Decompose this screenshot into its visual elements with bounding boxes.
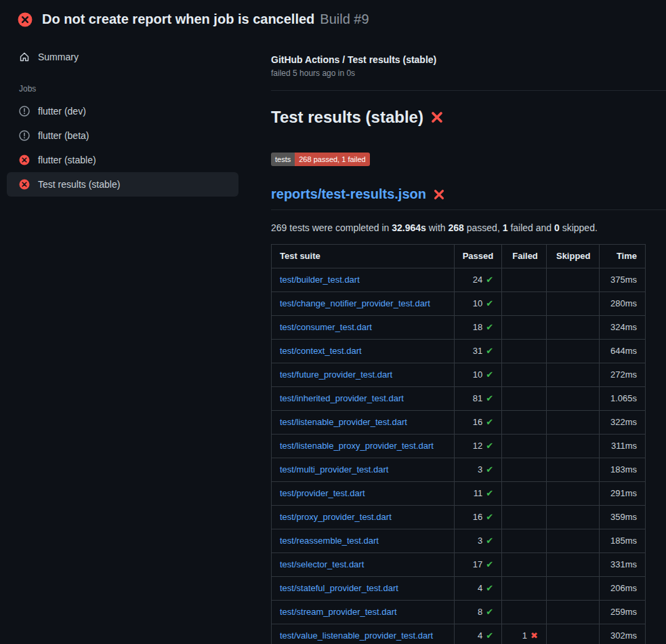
- suite-cell: test/change_notifier_provider_test.dart: [272, 292, 455, 316]
- test-suite-link[interactable]: test/value_listenable_provider_test.dart: [280, 630, 433, 641]
- job-label: flutter (dev): [38, 106, 86, 117]
- check-icon: ✔: [486, 607, 493, 617]
- table-row: test/inherited_provider_test.dart81✔1.06…: [272, 387, 646, 411]
- section-title: Test results (stable): [271, 108, 666, 127]
- check-icon: ✔: [486, 393, 493, 403]
- test-suite-link[interactable]: test/listenable_provider_test.dart: [280, 417, 407, 427]
- checks-page: Do not create report when job is cancell…: [0, 0, 666, 644]
- skipped-cell: [546, 316, 599, 340]
- test-suite-link[interactable]: test/consumer_test.dart: [280, 322, 372, 332]
- test-suite-link[interactable]: test/stream_provider_test.dart: [280, 607, 397, 617]
- check-icon: ✔: [486, 559, 493, 569]
- sidebar-item-job[interactable]: flutter (stable): [7, 148, 238, 172]
- skipped-cell: [546, 435, 599, 458]
- table-row: test/builder_test.dart24✔375ms: [272, 268, 646, 292]
- table-row: test/stream_provider_test.dart8✔259ms: [272, 601, 646, 624]
- test-suite-link[interactable]: test/selector_test.dart: [280, 559, 364, 569]
- failed-cell: [502, 340, 547, 363]
- passed-cell: 4✔: [454, 577, 502, 601]
- count-value: 12: [473, 441, 482, 451]
- time-cell: 322ms: [599, 411, 645, 435]
- check-icon: ✔: [486, 417, 493, 427]
- failed-cell: [502, 458, 547, 482]
- test-suite-link[interactable]: test/change_notifier_provider_test.dart: [280, 298, 430, 308]
- neutral-circle-icon: [19, 106, 30, 117]
- test-suite-link[interactable]: test/context_test.dart: [280, 346, 362, 356]
- check-icon: ✔: [486, 583, 493, 593]
- passed-cell: 16✔: [454, 411, 502, 435]
- neutral-circle-icon: [19, 130, 30, 141]
- suite-cell: test/future_provider_test.dart: [272, 363, 455, 387]
- count-value: 3: [478, 536, 482, 546]
- suite-cell: test/multi_provider_test.dart: [272, 458, 455, 482]
- sidebar-item-job[interactable]: flutter (dev): [7, 99, 238, 123]
- table-row: test/selector_test.dart17✔331ms: [272, 553, 646, 577]
- failed-cell: [502, 529, 547, 553]
- test-suite-link[interactable]: test/reassemble_test.dart: [280, 536, 379, 546]
- check-icon: ✔: [486, 275, 493, 285]
- badge-value: 268 passed, 1 failed: [295, 153, 369, 166]
- test-suite-link[interactable]: test/multi_provider_test.dart: [280, 464, 388, 475]
- time-cell: 311ms: [599, 435, 645, 458]
- count-value: 16: [473, 512, 482, 522]
- passed-cell: 17✔: [454, 553, 502, 577]
- job-label: flutter (beta): [38, 130, 89, 141]
- count-value: 11: [474, 488, 483, 498]
- jobs-list: flutter (dev)flutter (beta)flutter (stab…: [7, 99, 238, 197]
- time-cell: 1.065s: [599, 387, 645, 411]
- report-file-link[interactable]: reports/test-results.json: [271, 186, 426, 202]
- test-suite-link[interactable]: test/stateful_provider_test.dart: [280, 583, 398, 593]
- sidebar-item-job[interactable]: Test results (stable): [7, 172, 238, 197]
- suite-cell: test/stream_provider_test.dart: [272, 601, 455, 624]
- failed-x-icon: [430, 110, 444, 124]
- count-value: 4: [478, 630, 482, 641]
- summary-segment: 32.964s: [392, 222, 426, 233]
- test-suite-link[interactable]: test/proxy_provider_test.dart: [280, 512, 392, 522]
- test-suite-link[interactable]: test/provider_test.dart: [280, 488, 365, 498]
- report-title: reports/test-results.json: [271, 186, 666, 210]
- sidebar-item-job[interactable]: flutter (beta): [7, 123, 238, 148]
- main-content: GitHub Actions / Test results (stable) f…: [271, 34, 666, 644]
- time-cell: 272ms: [599, 363, 645, 387]
- header-passed: Passed: [454, 245, 502, 268]
- test-suite-link[interactable]: test/future_provider_test.dart: [280, 369, 392, 380]
- divider: [271, 90, 666, 91]
- test-suite-link[interactable]: test/inherited_provider_test.dart: [280, 393, 404, 403]
- failed-cell: [502, 482, 547, 506]
- run-title: Do not create report when job is cancell…: [42, 12, 314, 26]
- time-cell: 280ms: [599, 292, 645, 316]
- count-value: 18: [473, 322, 482, 332]
- time-cell: 302ms: [599, 624, 645, 644]
- table-row: test/value_listenable_provider_test.dart…: [272, 624, 646, 644]
- suite-cell: test/context_test.dart: [272, 340, 455, 363]
- passed-cell: 18✔: [454, 316, 502, 340]
- count-value: 16: [473, 417, 482, 427]
- table-row: test/provider_test.dart11✔291ms: [272, 482, 646, 506]
- count-value: 24: [473, 275, 482, 285]
- failed-cell: [502, 553, 547, 577]
- check-icon: ✔: [486, 488, 493, 498]
- test-suite-link[interactable]: test/builder_test.dart: [280, 275, 360, 285]
- count-value: 1: [522, 630, 527, 641]
- count-value: 81: [473, 393, 482, 403]
- skipped-cell: [546, 363, 599, 387]
- check-icon: ✔: [486, 464, 493, 475]
- check-icon: ✔: [486, 512, 493, 522]
- passed-cell: 81✔: [454, 387, 502, 411]
- table-row: test/listenable_proxy_provider_test.dart…: [272, 435, 646, 458]
- count-value: 17: [473, 559, 482, 569]
- time-cell: 331ms: [599, 553, 645, 577]
- summary-segment: 0: [554, 222, 560, 233]
- test-suite-link[interactable]: test/listenable_proxy_provider_test.dart: [280, 441, 434, 451]
- sidebar-item-summary[interactable]: Summary: [7, 45, 238, 69]
- passed-cell: 3✔: [454, 458, 502, 482]
- failed-cell: [502, 435, 547, 458]
- passed-cell: 12✔: [454, 435, 502, 458]
- count-value: 8: [478, 607, 482, 617]
- suite-cell: test/reassemble_test.dart: [272, 529, 455, 553]
- summary-segment: 269 tests were completed in: [271, 222, 392, 233]
- suite-cell: test/builder_test.dart: [272, 268, 455, 292]
- run-status-line: failed 5 hours ago in 0s: [271, 68, 666, 78]
- time-cell: 183ms: [599, 458, 645, 482]
- jobs-section-label: Jobs: [7, 69, 238, 99]
